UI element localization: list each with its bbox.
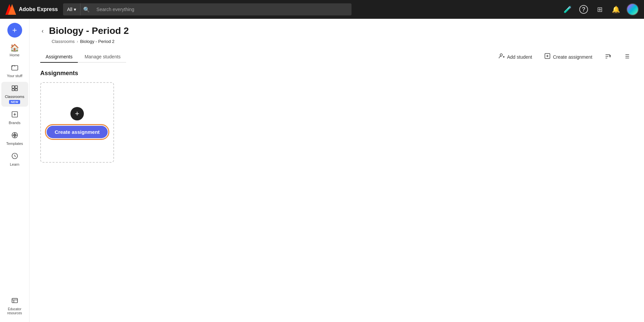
sidebar-item-home[interactable]: 🏠 Home — [1, 42, 28, 60]
educator-resources-icon — [11, 297, 18, 306]
sort-button[interactable] — [601, 51, 614, 63]
create-new-button[interactable]: + — [7, 23, 22, 38]
bell-icon: 🔔 — [612, 5, 620, 13]
svg-rect-6 — [15, 89, 17, 91]
create-assignment-card[interactable]: + Create assignment — [40, 82, 114, 163]
adobe-logo-icon — [5, 4, 16, 15]
brands-icon — [11, 111, 18, 119]
templates-icon — [11, 131, 18, 140]
sidebar-home-label: Home — [10, 53, 19, 57]
breadcrumb-separator: › — [77, 39, 78, 44]
search-filter-label: All — [67, 7, 72, 12]
sidebar-classrooms-label: Classrooms — [5, 95, 24, 99]
help-icon-button[interactable]: ? — [578, 4, 589, 15]
sidebar-item-templates[interactable]: Templates — [1, 129, 28, 148]
sidebar-templates-label: Templates — [6, 142, 23, 146]
tab-manage-students[interactable]: Manage students — [79, 51, 126, 63]
breadcrumb-classrooms[interactable]: Classrooms — [52, 39, 75, 44]
sidebar-item-brands[interactable]: Brands — [1, 108, 28, 127]
help-icon: ? — [579, 5, 588, 14]
add-student-label: Add student — [507, 54, 532, 60]
svg-rect-3 — [12, 86, 14, 88]
app-name: Adobe Express — [19, 6, 58, 12]
learn-icon — [11, 152, 18, 161]
breadcrumb-current: Biology - Period 2 — [80, 39, 115, 44]
create-assignment-icon — [544, 53, 551, 61]
tabs-row: Assignments Manage students Add student — [40, 51, 633, 63]
lab-icon-button[interactable]: 🧪 — [562, 4, 573, 15]
create-assignment-card-button[interactable]: Create assignment — [47, 126, 108, 138]
back-arrow-icon: ‹ — [42, 28, 44, 34]
create-assignment-header-label: Create assignment — [553, 54, 592, 60]
plus-icon: + — [12, 25, 17, 35]
lab-icon: 🧪 — [564, 5, 572, 13]
sidebar-item-your-stuff[interactable]: Your stuff — [1, 61, 28, 80]
add-student-icon — [498, 53, 505, 61]
app-logo: Adobe Express — [5, 4, 59, 15]
add-student-button[interactable]: Add student — [495, 51, 536, 63]
sidebar-item-classrooms[interactable]: Classrooms NEW — [1, 82, 28, 107]
apps-grid-icon: ⊞ — [597, 5, 603, 13]
tab-assignments[interactable]: Assignments — [40, 51, 78, 63]
plus-circle-icon: + — [75, 109, 79, 118]
create-assignment-header-button[interactable]: Create assignment — [541, 51, 596, 63]
main-layout: + 🏠 Home Your stuff — [0, 19, 644, 322]
assignments-section-title: Assignments — [40, 70, 633, 77]
page-header: ‹ Biology - Period 2 — [40, 25, 633, 36]
card-plus-button[interactable]: + — [70, 107, 84, 120]
chevron-down-icon: ▾ — [74, 7, 76, 12]
classrooms-icon — [11, 85, 18, 93]
new-badge: NEW — [9, 100, 20, 104]
folder-icon — [11, 64, 18, 72]
breadcrumb: Classrooms › Biology - Period 2 — [52, 39, 633, 44]
list-icon — [623, 53, 630, 61]
svg-point-12 — [500, 54, 502, 56]
sidebar-learn-label: Learn — [10, 162, 19, 166]
search-input[interactable] — [93, 3, 352, 15]
svg-rect-5 — [12, 89, 14, 91]
user-avatar[interactable] — [627, 3, 639, 15]
back-button[interactable]: ‹ — [40, 26, 45, 36]
list-view-button[interactable] — [620, 51, 633, 63]
svg-rect-11 — [12, 299, 17, 303]
sidebar-educator-label: Educator resources — [3, 307, 26, 315]
home-icon: 🏠 — [10, 44, 19, 52]
assignments-grid: + Create assignment — [40, 82, 633, 163]
sidebar-item-educator-resources[interactable]: Educator resources — [1, 294, 28, 318]
top-navigation: Adobe Express All ▾ 🔍 🧪 ? ⊞ 🔔 — [0, 0, 644, 19]
page-title: Biology - Period 2 — [49, 25, 129, 36]
tab-actions: Add student Create assignment — [495, 51, 633, 63]
sidebar-your-stuff-label: Your stuff — [7, 74, 22, 78]
sidebar: + 🏠 Home Your stuff — [0, 19, 30, 322]
main-content: ‹ Biology - Period 2 Classrooms › Biolog… — [30, 19, 644, 322]
search-magnify-icon: 🔍 — [80, 6, 93, 13]
apps-icon-button[interactable]: ⊞ — [594, 4, 605, 15]
topnav-actions: 🧪 ? ⊞ 🔔 — [562, 3, 639, 15]
search-bar: All ▾ 🔍 — [63, 3, 352, 15]
tabs: Assignments Manage students — [40, 51, 126, 63]
sort-icon — [604, 53, 611, 61]
svg-rect-4 — [15, 86, 17, 88]
search-filter-dropdown[interactable]: All ▾ — [63, 3, 80, 15]
sidebar-brands-label: Brands — [9, 121, 20, 125]
notifications-button[interactable]: 🔔 — [610, 4, 621, 15]
sidebar-item-learn[interactable]: Learn — [1, 150, 28, 169]
